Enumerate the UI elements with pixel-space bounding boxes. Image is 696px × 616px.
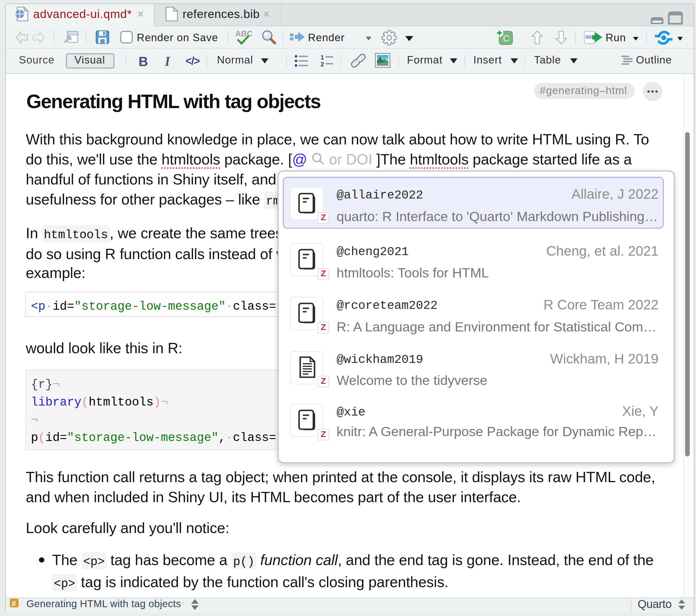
svg-text:2: 2	[320, 61, 324, 67]
svg-text:1: 1	[320, 54, 324, 61]
svg-text:C: C	[503, 33, 509, 44]
